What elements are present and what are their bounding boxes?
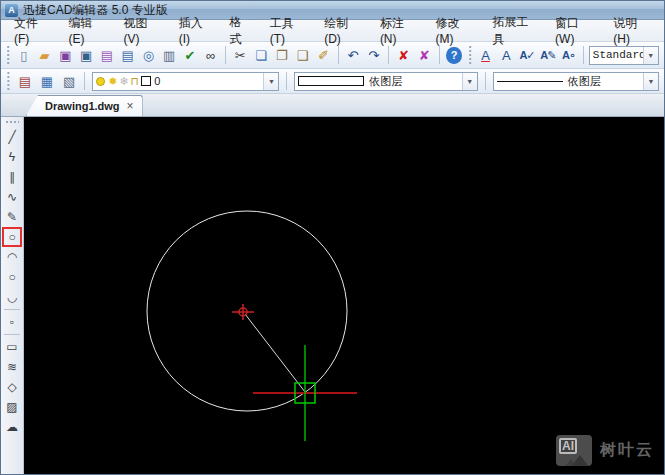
cad-editor-window: A 迅捷CAD编辑器 5.0 专业版 文件(F)编辑(E)视图(V)插入(I)格… <box>0 0 665 475</box>
circle-tool-highlighted[interactable]: ○ <box>2 227 22 247</box>
line-tool[interactable]: ╱ <box>2 127 22 147</box>
palette-separator <box>4 334 20 335</box>
help-button[interactable]: ? <box>446 47 461 64</box>
color-combo-body: 依图层 <box>295 74 461 89</box>
menu-item[interactable]: 编辑(E) <box>59 12 114 49</box>
toolbar-separator <box>485 72 486 90</box>
layer-states-button[interactable]: ▧ <box>59 71 79 92</box>
toolbar-separator <box>439 46 440 64</box>
new-file-button[interactable]: ▯ <box>14 45 33 66</box>
menu-item[interactable]: 标注(N) <box>371 12 427 49</box>
layer-color-swatch[interactable] <box>141 76 151 86</box>
text-style-dropdown-arrow[interactable]: ▼ <box>643 47 658 64</box>
menu-item[interactable]: 窗口(W) <box>546 12 604 49</box>
linetype-dropdown-arrow[interactable]: ▼ <box>643 73 658 90</box>
multiline-tool[interactable]: ≋ <box>2 357 22 377</box>
watermark-brand-text: 树叶云 <box>600 440 654 461</box>
ellipse-tool[interactable]: ○ <box>2 267 22 287</box>
cut-button[interactable]: ✂ <box>231 45 250 66</box>
paste-special-button[interactable]: ❑ <box>293 45 312 66</box>
linetype-combo-body: 依图层 <box>494 74 643 89</box>
region-tool[interactable]: ☁ <box>2 417 22 437</box>
print-button[interactable]: ▤ <box>97 45 116 66</box>
circle-center-marker <box>232 304 254 320</box>
tab-close-icon[interactable]: × <box>127 99 134 113</box>
text-style-value: Standard <box>590 49 643 61</box>
page-setup-button[interactable]: ▥ <box>160 45 179 66</box>
delete-button[interactable]: ✘ <box>394 45 413 66</box>
layer-combo[interactable]: ✹❄⊓ 0 ▼ <box>92 72 279 91</box>
print-preview-button[interactable]: ◎ <box>139 45 158 66</box>
explode-button[interactable]: ✘ <box>415 45 434 66</box>
menu-item[interactable]: 视图(V) <box>115 12 170 49</box>
rectangle-tool[interactable]: ▭ <box>2 337 22 357</box>
layer-thaw-sun-icon[interactable]: ✹ <box>108 76 117 87</box>
menu-item[interactable]: 修改(M) <box>427 12 484 49</box>
toolbar-grip <box>6 72 11 90</box>
spline-tool[interactable]: ∿ <box>2 187 22 207</box>
undo-button[interactable]: ↶ <box>344 45 363 66</box>
document-tab[interactable]: Drawing1.dwg× <box>26 95 143 116</box>
text-style-combo[interactable]: Standard ▼ <box>589 46 659 65</box>
save-button[interactable]: ▣ <box>56 45 75 66</box>
ellipse-arc-tool[interactable]: ◡ <box>2 287 22 307</box>
tab-label: Drawing1.dwg <box>45 100 120 112</box>
layer-unlock-icon[interactable]: ⊓ <box>131 76 140 87</box>
text-style-underline-button[interactable]: A <box>476 45 495 66</box>
toolbar-separator <box>338 46 339 64</box>
arc-tool[interactable]: ◠ <box>2 247 22 267</box>
layer-manager-button[interactable]: ▤ <box>15 71 35 92</box>
watermark-logo-icon: AI <box>556 435 592 466</box>
menu-bar: 文件(F)编辑(E)视图(V)插入(I)格式工具(T)绘制(D)标注(N)修改(… <box>1 20 664 42</box>
draw-tool-palette: ╱ϟ∥∿✎○◠○◡▫▭≋◇▨☁ <box>1 117 24 475</box>
properties-toolbar: ▤▦▧ ✹❄⊓ 0 ▼ 依图层 ▼ 依图层 ▼ <box>1 69 664 94</box>
toolbar-separator <box>388 46 389 64</box>
toolbar-grip <box>468 46 472 64</box>
watermark-mountain-icon <box>570 455 590 466</box>
layer-freeze-button[interactable]: ▦ <box>37 71 57 92</box>
quick-print-button[interactable]: ▤ <box>118 45 137 66</box>
polygon-tool[interactable]: ◇ <box>2 377 22 397</box>
layer-dropdown-arrow[interactable]: ▼ <box>263 73 278 90</box>
palette-separator <box>4 309 20 310</box>
text-button[interactable]: A <box>497 45 516 66</box>
layer-combo-body: ✹❄⊓ 0 <box>93 75 263 87</box>
color-dropdown-arrow[interactable]: ▼ <box>462 73 477 90</box>
text-edit-button[interactable]: A✎ <box>538 45 557 66</box>
paste-button[interactable]: ❐ <box>272 45 291 66</box>
linetype-value: 依图层 <box>568 74 601 89</box>
spell-check-button[interactable]: ✔ <box>181 45 200 66</box>
text-find-button[interactable]: A∘ <box>559 45 578 66</box>
watermark-ai-text: AI <box>559 438 577 454</box>
mline-tool[interactable]: ∥ <box>2 167 22 187</box>
hatch-tool[interactable]: ▨ <box>2 397 22 417</box>
drawing-canvas[interactable]: AI 树叶云 <box>24 117 664 475</box>
main-area: ╱ϟ∥∿✎○◠○◡▫▭≋◇▨☁ AI 树叶云 <box>1 117 664 475</box>
layer-name-value: 0 <box>154 75 160 87</box>
open-file-button[interactable]: ▰ <box>35 45 54 66</box>
color-combo[interactable]: 依图层 ▼ <box>294 72 477 91</box>
main-toolbar: ▯▰▣▣▤▤◎▥✔∞✂❏❐❑✐↶↷✘✘?AAA✓A✎A∘ Standard ▼ <box>1 42 664 69</box>
document-tab-bar: Drawing1.dwg× <box>1 94 664 117</box>
layer-freeze-snowflake-icon[interactable]: ❄ <box>119 76 128 87</box>
redo-button[interactable]: ↷ <box>364 45 383 66</box>
palette-grip <box>5 120 19 125</box>
polyline-tool[interactable]: ϟ <box>2 147 22 167</box>
layer-on-bulb-icon[interactable] <box>96 77 105 86</box>
linetype-combo[interactable]: 依图层 ▼ <box>493 72 659 91</box>
toolbar-grip <box>6 46 10 64</box>
menu-item[interactable]: 工具(T) <box>261 12 315 49</box>
save-as-button[interactable]: ▣ <box>77 45 96 66</box>
menu-item[interactable]: 绘制(D) <box>315 12 371 49</box>
menu-item[interactable]: 文件(F) <box>5 12 59 49</box>
sketch-tool[interactable]: ✎ <box>2 207 22 227</box>
format-painter-button[interactable]: ✐ <box>314 45 333 66</box>
find-button[interactable]: ∞ <box>201 45 220 66</box>
copy-button[interactable]: ❏ <box>252 45 271 66</box>
toolbar-separator <box>286 72 287 90</box>
menu-item[interactable]: 插入(I) <box>170 12 221 49</box>
menu-item[interactable]: 说明(H) <box>604 12 660 49</box>
text-check-button[interactable]: A✓ <box>518 45 537 66</box>
point-tool[interactable]: ▫ <box>2 312 22 332</box>
radius-rubber-band-line <box>245 314 305 392</box>
